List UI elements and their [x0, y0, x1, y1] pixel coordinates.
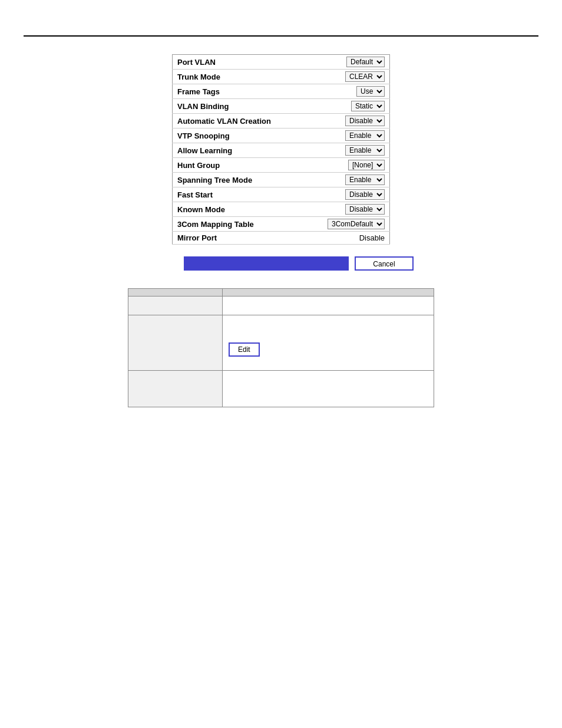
config-row-9: Fast StartDisableEnable — [173, 187, 390, 202]
ref-row-3 — [128, 371, 434, 407]
config-control-4[interactable]: DisableEnable — [282, 114, 390, 129]
config-control-3[interactable]: Static — [282, 99, 390, 114]
config-row-6: Allow LearningEnableDisable — [173, 143, 390, 158]
config-select-3[interactable]: Static — [351, 101, 385, 111]
config-control-11[interactable]: 3ComDefault — [282, 217, 390, 232]
ref-row-2-col2: Edit — [223, 315, 434, 371]
config-select-5[interactable]: EnableDisable — [345, 130, 385, 141]
config-label-5: VTP Snooping — [173, 129, 282, 143]
config-select-8[interactable]: EnableDisable — [345, 174, 385, 185]
config-control-7[interactable]: [None] — [282, 158, 390, 173]
config-label-7: Hunt Group — [173, 158, 282, 173]
inner-edit-button[interactable]: Edit — [229, 342, 260, 357]
config-control-6[interactable]: EnableDisable — [282, 143, 390, 158]
config-row-5: VTP SnoopingEnableDisable — [173, 129, 390, 143]
config-control-2[interactable]: Use — [282, 84, 390, 99]
config-control-5[interactable]: EnableDisable — [282, 129, 390, 143]
ref-col-header-2 — [223, 289, 434, 297]
config-control-1[interactable]: CLEAR — [282, 70, 390, 84]
config-row-2: Frame TagsUse — [173, 84, 390, 99]
config-label-3: VLAN Binding — [173, 99, 282, 114]
config-select-1[interactable]: CLEAR — [345, 71, 385, 82]
config-label-10: Known Mode — [173, 202, 282, 217]
config-label-9: Fast Start — [173, 187, 282, 202]
ref-row-3-col1 — [128, 371, 223, 407]
ref-row-1-col2 — [223, 297, 434, 315]
config-row-1: Trunk ModeCLEAR — [173, 70, 390, 84]
config-label-8: Spanning Tree Mode — [173, 173, 282, 187]
config-row-10: Known ModeDisableEnable — [173, 202, 390, 217]
config-select-0[interactable]: Default — [346, 57, 385, 67]
config-label-6: Allow Learning — [173, 143, 282, 158]
config-row-12: Mirror PortDisable — [173, 232, 390, 245]
ref-row-1 — [128, 297, 434, 315]
config-label-2: Frame Tags — [173, 84, 282, 99]
config-label-4: Automatic VLAN Creation — [173, 114, 282, 129]
cancel-button[interactable]: Cancel — [355, 256, 414, 271]
apply-button[interactable] — [184, 256, 349, 271]
config-select-10[interactable]: DisableEnable — [345, 204, 385, 215]
config-select-9[interactable]: DisableEnable — [345, 189, 385, 200]
ref-row-3-col2 — [223, 371, 434, 407]
config-control-0[interactable]: Default — [282, 55, 390, 70]
config-select-4[interactable]: DisableEnable — [345, 116, 385, 126]
config-row-3: VLAN BindingStatic — [173, 99, 390, 114]
config-row-11: 3Com Mapping Table3ComDefault — [173, 217, 390, 232]
config-row-7: Hunt Group[None] — [173, 158, 390, 173]
config-control-8[interactable]: EnableDisable — [282, 173, 390, 187]
config-control-10[interactable]: DisableEnable — [282, 202, 390, 217]
config-select-11[interactable]: 3ComDefault — [328, 219, 385, 229]
config-label-0: Port VLAN — [173, 55, 282, 70]
ref-row-2-col1 — [128, 315, 223, 371]
config-select-2[interactable]: Use — [356, 86, 385, 97]
config-table: Port VLANDefaultTrunk ModeCLEARFrame Tag… — [172, 54, 390, 245]
ref-row-2: Edit — [128, 315, 434, 371]
ref-table: Edit — [128, 288, 434, 407]
ref-col-header-1 — [128, 289, 223, 297]
config-row-4: Automatic VLAN CreationDisableEnable — [173, 114, 390, 129]
ref-row-1-col1 — [128, 297, 223, 315]
config-row-0: Port VLANDefault — [173, 55, 390, 70]
config-label-11: 3Com Mapping Table — [173, 217, 282, 232]
reference-table-section: Edit — [0, 288, 562, 407]
top-divider — [24, 35, 538, 37]
config-label-1: Trunk Mode — [173, 70, 282, 84]
config-select-7[interactable]: [None] — [348, 160, 385, 170]
config-row-8: Spanning Tree ModeEnableDisable — [173, 173, 390, 187]
config-select-6[interactable]: EnableDisable — [345, 145, 385, 156]
config-form-section: Port VLANDefaultTrunk ModeCLEARFrame Tag… — [0, 54, 562, 245]
config-control-9[interactable]: DisableEnable — [282, 187, 390, 202]
form-buttons-row: Cancel — [0, 256, 562, 271]
config-control-12: Disable — [282, 232, 390, 245]
config-label-12: Mirror Port — [173, 232, 282, 245]
